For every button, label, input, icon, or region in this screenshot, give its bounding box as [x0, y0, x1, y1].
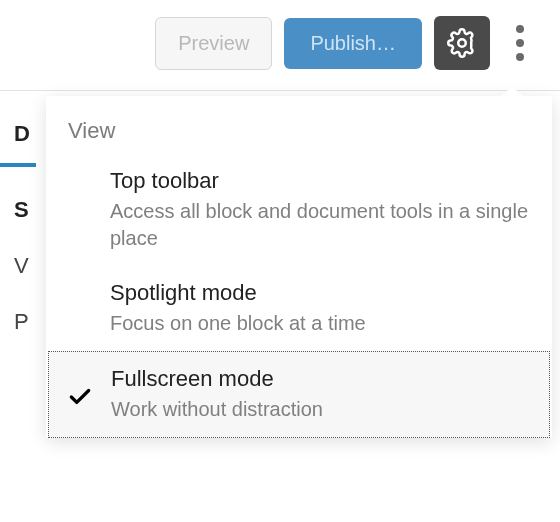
menu-item-title: Top toolbar	[110, 168, 530, 194]
svg-point-0	[458, 39, 466, 47]
sidebar-row: V	[14, 253, 36, 279]
options-dropdown: View Top toolbar Access all block and do…	[46, 96, 552, 438]
sidebar-tab-document[interactable]: D	[0, 113, 36, 167]
menu-item-top-toolbar[interactable]: Top toolbar Access all block and documen…	[46, 154, 552, 266]
dropdown-section-label: View	[46, 96, 552, 154]
menu-item-description: Work without distraction	[111, 396, 527, 423]
editor-toolbar: Preview Publish…	[0, 0, 560, 91]
publish-button[interactable]: Publish…	[284, 18, 422, 69]
menu-item-title: Spotlight mode	[110, 280, 530, 306]
menu-item-description: Focus on one block at a time	[110, 310, 530, 337]
more-vertical-icon	[516, 25, 524, 33]
menu-item-fullscreen-mode[interactable]: Fullscreen mode Work without distraction	[48, 351, 550, 438]
preview-button[interactable]: Preview	[155, 17, 272, 70]
menu-item-title: Fullscreen mode	[111, 366, 527, 392]
check-icon	[67, 384, 93, 410]
menu-item-spotlight-mode[interactable]: Spotlight mode Focus on one block at a t…	[46, 266, 552, 351]
more-options-button[interactable]	[502, 19, 538, 67]
sidebar-row: S	[14, 197, 36, 223]
gear-icon	[447, 28, 477, 58]
sidebar-panel: D S V P	[0, 91, 36, 335]
menu-item-description: Access all block and document tools in a…	[110, 198, 530, 252]
settings-button[interactable]	[434, 16, 490, 70]
sidebar-row: P	[14, 309, 36, 335]
